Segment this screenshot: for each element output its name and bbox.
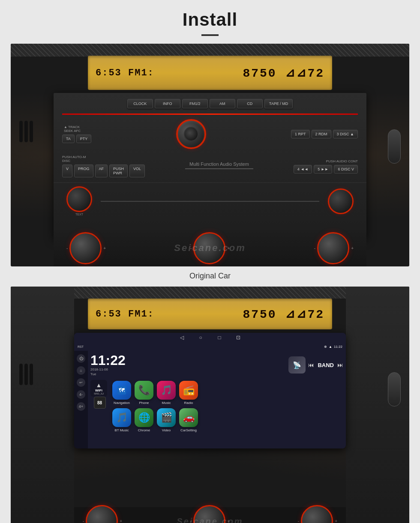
rst-indicator: RST (78, 345, 84, 348)
app-navigation[interactable]: 🗺 Navigation (112, 381, 131, 405)
installed-right-knob[interactable] (301, 505, 333, 523)
android-main-content: 11:22 2018-11-06 Tue 📡 ⏮ BAND (88, 351, 346, 448)
back-icon[interactable]: ◁ (179, 335, 185, 341)
android-status-bar: RST ⊕ ▲ 11:22 (74, 342, 346, 351)
sidebar-back-icon[interactable]: ↩ (77, 378, 85, 387)
wifi-signal-icon: ▲ (96, 382, 102, 389)
svg-text:🗺: 🗺 (119, 387, 125, 394)
watermark-bottom: Seicane.com (177, 517, 243, 523)
carsetting-app-icon: 🚗 (179, 408, 198, 427)
display-right-text: 8750 ⊿⊿72 (243, 66, 324, 80)
chrome-label: Chrome (138, 428, 150, 432)
right-side-button[interactable] (388, 129, 401, 164)
radio-btn-push-pwr[interactable]: PUSHPWR (109, 164, 128, 177)
app-phone[interactable]: 📞 Phone (135, 381, 153, 405)
status-left: RST (78, 345, 84, 348)
app-chrome[interactable]: 🌐 Chrome (135, 408, 153, 432)
audio-cont-knob[interactable] (328, 188, 354, 214)
app-music[interactable]: 🎵 Music (157, 381, 176, 405)
music-label: Music (162, 401, 171, 405)
wifi-widget: ▲ WiFi SRD_SJ 88 (90, 380, 109, 409)
radio-btn-af[interactable]: AF (95, 164, 108, 177)
btmusic-label: BT Music (114, 428, 129, 432)
radio-label: Radio (184, 401, 193, 405)
badge-88: 88 (94, 397, 106, 409)
sidebar-home-icon[interactable]: ⌂ (77, 366, 85, 375)
phone-label: Phone (139, 401, 149, 405)
title-divider (201, 34, 219, 36)
radio-btn-vol[interactable]: VOL (129, 164, 145, 177)
recents-icon[interactable]: □ (216, 335, 222, 341)
left-large-knob[interactable] (69, 232, 102, 264)
navigation-label: Navigation (114, 401, 130, 405)
android-date: 2018-11-06 Tue (90, 367, 126, 377)
radio-btn-tape[interactable]: TAPE / MD (264, 99, 293, 108)
car-display-screen: 6:53 FM1: 8750 ⊿⊿72 (88, 56, 332, 90)
band-next[interactable]: ⏭ (337, 362, 343, 368)
time-status: 11:22 (334, 345, 342, 349)
btmusic-app-icon: 🎵 (112, 408, 131, 427)
wifi-ssid: SRD_SJ (94, 392, 104, 395)
watermark-top: Seicane.com (174, 242, 246, 254)
radio-btn-prog[interactable]: PROG (74, 164, 93, 177)
app-radio[interactable]: 📻 Radio (179, 381, 198, 405)
installed-car-photo: 6:53 FM1: 8750 ⊿⊿72 ◁ ○ □ ⊡ (11, 287, 409, 523)
vent-left (19, 121, 33, 142)
app-video[interactable]: 🎬 Video (157, 408, 176, 432)
radio-btn-v[interactable]: V (62, 164, 72, 177)
car-display-screen-2: 6:53 FM1: 8750 ⊿⊿72 (88, 299, 332, 329)
radio-unit: CLOCK INFO FM1/2 AM CD TAPE / MD ▲ TRACK… (54, 93, 366, 239)
radio-btn-am[interactable]: AM (210, 99, 235, 108)
wifi-status-icon: ▲ (329, 345, 332, 349)
radio-btn-clock[interactable]: CLOCK (127, 99, 153, 108)
music-app-icon: 🎵 (157, 381, 176, 400)
radio-btn-5ff[interactable]: 5 ►► (314, 165, 332, 173)
band-prev[interactable]: ⏮ (308, 362, 314, 368)
red-accent-line (62, 114, 358, 115)
android-radio-widget: 📡 ⏮ BAND ⏭ (288, 356, 343, 374)
mf-text: Multi Function Audio System (189, 161, 249, 167)
android-layout: ⏻ ⌂ ↩ 4- 4+ 11:22 2018-11-06 Tue (74, 351, 346, 448)
wifi-info: ▲ WiFi SRD_SJ (90, 380, 107, 397)
band-controls: ⏮ BAND ⏭ (308, 362, 343, 368)
screenshot-icon[interactable]: ⊡ (235, 335, 241, 341)
radio-btn-info[interactable]: INFO (155, 99, 180, 108)
status-right: ⊕ ▲ 11:22 (324, 345, 342, 349)
radio-btn-ta[interactable]: TA (62, 134, 75, 143)
video-app-icon: 🎬 (157, 408, 176, 427)
display2-right-text: 8750 ⊿⊿72 (243, 307, 324, 321)
android-head-unit: ◁ ○ □ ⊡ RST ⊕ ▲ 11:22 ⏻ (74, 333, 346, 448)
radio-btn-6disc[interactable]: 6 DISC V (334, 165, 358, 173)
radio-btn-row-2: ▲ TRACKSEEK AFC TA PTY 1 RPT 2 RDM 3 DIS… (54, 117, 366, 152)
navigation-app-icon: 🗺 (112, 381, 131, 400)
radio-btn-cd[interactable]: CD (237, 99, 263, 108)
radio-btn-3disc[interactable]: 3 DISC ▲ (333, 130, 358, 138)
original-car-caption: Original Car (11, 272, 409, 281)
sidebar-vol-down[interactable]: 4- (77, 390, 85, 399)
tune-knob[interactable] (66, 186, 92, 212)
radio-btn-2rdm[interactable]: 2 RDM (312, 130, 331, 138)
page-title: Install (183, 9, 237, 30)
right-side-button-2[interactable] (388, 372, 401, 406)
display2-left-text: 6:53 FM1: (96, 309, 154, 320)
wifi-label: WiFi (95, 389, 102, 392)
right-large-knob[interactable] (317, 232, 349, 264)
radio-btn-pty[interactable]: PTY (76, 134, 92, 143)
installed-left-knob[interactable] (86, 505, 118, 523)
radio-btn-fm[interactable]: FM1/2 (182, 99, 208, 108)
sidebar-vol-up[interactable]: 4+ (77, 402, 85, 411)
app-carsetting[interactable]: 🚗 CarSetting (179, 408, 198, 432)
android-nav-bar: ◁ ○ □ ⊡ (74, 333, 346, 342)
radio-btn-row-3: PUSH AUTO-MDISC V PROG AF PUSHPWR VOL Mu… (54, 152, 366, 181)
volume-knob[interactable] (176, 119, 206, 149)
display-left-text: 6:53 FM1: (96, 68, 154, 78)
radio-btn-4rw[interactable]: 4 ◄◄ (294, 165, 312, 173)
app-btmusic[interactable]: 🎵 BT Music (112, 408, 131, 432)
radio-btn-1rpt[interactable]: 1 RPT (291, 130, 310, 138)
photo-block-installed: 6:53 FM1: 8750 ⊿⊿72 ◁ ○ □ ⊡ (11, 287, 409, 523)
home-icon[interactable]: ○ (198, 335, 204, 341)
sidebar-power-icon[interactable]: ⏻ (77, 354, 85, 363)
radio-antenna-icon[interactable]: 📡 (288, 356, 306, 374)
android-apps-grid: 🗺 Navigation 📞 Phone (111, 380, 199, 433)
band-label: BAND (318, 362, 334, 368)
